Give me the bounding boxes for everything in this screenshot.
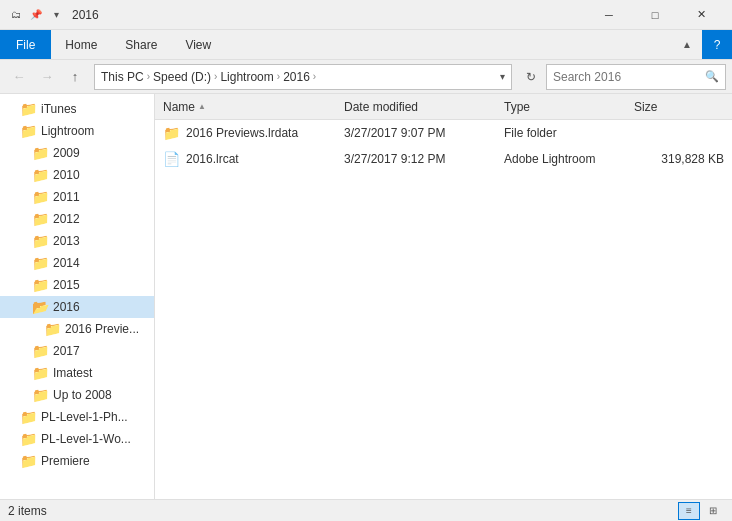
file-list-header: Name ▲ Date modified Type Size: [155, 94, 732, 120]
file-type-cell: Adobe Lightroom: [504, 152, 634, 166]
col-header-date[interactable]: Date modified: [344, 100, 504, 114]
sidebar-item-2015[interactable]: 📁 2015: [0, 274, 154, 296]
breadcrumb-thispc[interactable]: This PC: [101, 70, 144, 84]
file-date-cell: 3/27/2017 9:07 PM: [344, 126, 504, 140]
table-row[interactable]: 📁 2016 Previews.lrdata 3/27/2017 9:07 PM…: [155, 120, 732, 146]
sidebar-item-2014[interactable]: 📁 2014: [0, 252, 154, 274]
folder-icon: 📁: [44, 321, 61, 337]
col-header-type[interactable]: Type: [504, 100, 634, 114]
sidebar-label-premiere: Premiere: [41, 454, 90, 468]
folder-icon: 📁: [20, 123, 37, 139]
nav-bar: ← → ↑ This PC › Speed (D:) › Lightroom ›…: [0, 60, 732, 94]
refresh-button[interactable]: ↻: [518, 64, 544, 90]
sidebar-label-upto2008: Up to 2008: [53, 388, 112, 402]
folder-icon: 📁: [163, 125, 180, 141]
sidebar-item-lightroom[interactable]: 📁 Lightroom: [0, 120, 154, 142]
breadcrumb-lightroom[interactable]: Lightroom: [220, 70, 273, 84]
file-name-cell: 📁 2016 Previews.lrdata: [163, 125, 344, 141]
sidebar-label-2013: 2013: [53, 234, 80, 248]
col-date-label: Date modified: [344, 100, 418, 114]
folder-icon: 📁: [32, 167, 49, 183]
col-header-name[interactable]: Name ▲: [163, 100, 344, 114]
sidebar-item-2013[interactable]: 📁 2013: [0, 230, 154, 252]
folder-icon: 📁: [32, 255, 49, 271]
view-tab[interactable]: View: [171, 30, 225, 59]
sidebar-content: 📁 iTunes 📁 Lightroom 📁 2009 📁 2010 📁 201…: [0, 94, 154, 499]
status-bar: 2 items ≡ ⊞: [0, 499, 732, 521]
folder-icon: 📁: [32, 145, 49, 161]
pin-icon: 📌: [28, 7, 44, 23]
help-button[interactable]: ?: [702, 30, 732, 59]
search-icon: 🔍: [705, 70, 719, 83]
sidebar-label-imatest: Imatest: [53, 366, 92, 380]
file-name-cell: 📄 2016.lrcat: [163, 151, 344, 167]
large-icon-view-button[interactable]: ⊞: [702, 502, 724, 520]
file-name-label: 2016.lrcat: [186, 152, 239, 166]
window-controls: ─ □ ✕: [586, 0, 724, 30]
sidebar-item-premiere[interactable]: 📁 Premiere: [0, 450, 154, 472]
title-bar-icons: 🗂 📌 ▾: [8, 7, 64, 23]
share-tab[interactable]: Share: [111, 30, 171, 59]
home-tab[interactable]: Home: [51, 30, 111, 59]
file-icon: 📄: [163, 151, 180, 167]
item-count: 2 items: [8, 504, 47, 518]
sidebar-item-pllevel1ph[interactable]: 📁 PL-Level-1-Ph...: [0, 406, 154, 428]
file-size-cell: 319,828 KB: [634, 152, 724, 166]
sidebar-label-2012: 2012: [53, 212, 80, 226]
file-type-cell: File folder: [504, 126, 634, 140]
sidebar-item-pllevel1wo[interactable]: 📁 PL-Level-1-Wo...: [0, 428, 154, 450]
col-header-size[interactable]: Size: [634, 100, 724, 114]
address-bar[interactable]: This PC › Speed (D:) › Lightroom › 2016 …: [94, 64, 512, 90]
folder-icon: 📁: [20, 453, 37, 469]
sidebar-label-2015: 2015: [53, 278, 80, 292]
sidebar-label-2010: 2010: [53, 168, 80, 182]
sidebar-item-2011[interactable]: 📁 2011: [0, 186, 154, 208]
table-row[interactable]: 📄 2016.lrcat 3/27/2017 9:12 PM Adobe Lig…: [155, 146, 732, 172]
folder-icon: 📁: [32, 387, 49, 403]
breadcrumb-sep-2: ›: [214, 71, 217, 82]
folder-icon: 📁: [20, 409, 37, 425]
maximize-button[interactable]: □: [632, 0, 678, 30]
close-button[interactable]: ✕: [678, 0, 724, 30]
breadcrumb-sep-1: ›: [147, 71, 150, 82]
folder-icon: 📁: [20, 101, 37, 117]
ribbon-collapse-button[interactable]: ▲: [672, 30, 702, 59]
sidebar-item-upto2008[interactable]: 📁 Up to 2008: [0, 384, 154, 406]
window-title: 2016: [72, 8, 586, 22]
sidebar-item-2016previews[interactable]: 📁 2016 Previe...: [0, 318, 154, 340]
sort-arrow-name: ▲: [198, 102, 206, 111]
file-list: Name ▲ Date modified Type Size 📁 2016 Pr…: [155, 94, 732, 499]
folder-open-icon: 📂: [32, 299, 49, 315]
sidebar-label-pllevel1ph: PL-Level-1-Ph...: [41, 410, 128, 424]
folder-icon: 📁: [32, 189, 49, 205]
sidebar-item-itunes[interactable]: 📁 iTunes: [0, 98, 154, 120]
details-view-button[interactable]: ≡: [678, 502, 700, 520]
col-type-label: Type: [504, 100, 530, 114]
breadcrumb-speed[interactable]: Speed (D:): [153, 70, 211, 84]
address-dropdown-button[interactable]: ▾: [500, 71, 505, 82]
minimize-button[interactable]: ─: [586, 0, 632, 30]
view-buttons: ≡ ⊞: [678, 502, 724, 520]
search-bar[interactable]: 🔍: [546, 64, 726, 90]
sidebar-item-2012[interactable]: 📁 2012: [0, 208, 154, 230]
file-name-label: 2016 Previews.lrdata: [186, 126, 298, 140]
sidebar-label-2016: 2016: [53, 300, 80, 314]
down-icon: ▾: [48, 7, 64, 23]
file-tab[interactable]: File: [0, 30, 51, 59]
search-input[interactable]: [553, 70, 705, 84]
breadcrumb-2016[interactable]: 2016: [283, 70, 310, 84]
forward-button[interactable]: →: [34, 64, 60, 90]
sidebar-label-itunes: iTunes: [41, 102, 77, 116]
up-button[interactable]: ↑: [62, 64, 88, 90]
sidebar-item-2017[interactable]: 📁 2017: [0, 340, 154, 362]
sidebar-label-2011: 2011: [53, 190, 80, 204]
sidebar-item-2016[interactable]: 📂 2016: [0, 296, 154, 318]
sidebar-item-imatest[interactable]: 📁 Imatest: [0, 362, 154, 384]
sidebar-item-2010[interactable]: 📁 2010: [0, 164, 154, 186]
file-date-cell: 3/27/2017 9:12 PM: [344, 152, 504, 166]
app-icon: 🗂: [8, 7, 24, 23]
breadcrumb-sep-4: ›: [313, 71, 316, 82]
sidebar-item-2009[interactable]: 📁 2009: [0, 142, 154, 164]
back-button[interactable]: ←: [6, 64, 32, 90]
sidebar-label-2016previews: 2016 Previe...: [65, 322, 139, 336]
